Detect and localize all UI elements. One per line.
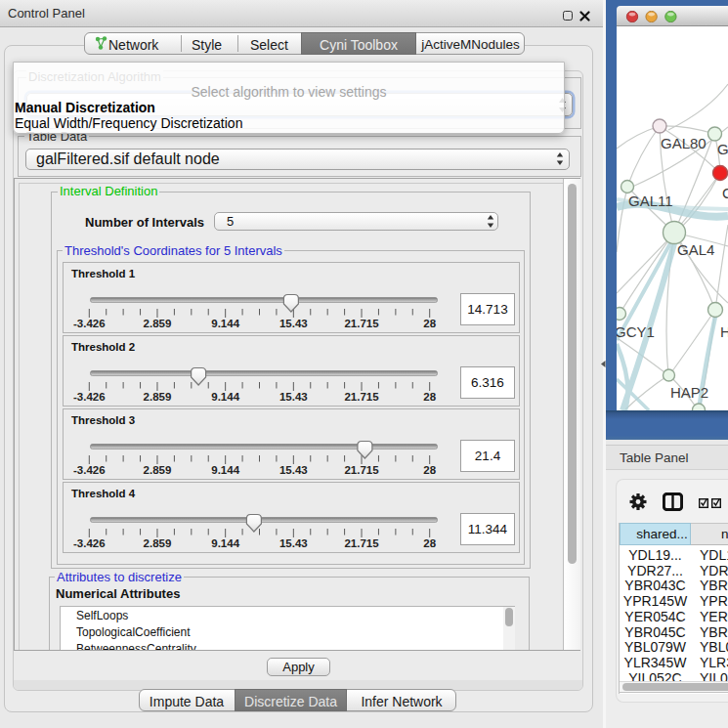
svg-text:2.859: 2.859 (144, 318, 172, 329)
svg-text:15.43: 15.43 (279, 318, 308, 329)
svg-text:GA: GA (717, 141, 728, 157)
svg-text:28: 28 (423, 318, 436, 329)
svg-text:2.859: 2.859 (144, 537, 172, 549)
svg-text:2.859: 2.859 (144, 391, 172, 403)
svg-text:21.715: 21.715 (344, 537, 379, 549)
svg-text:9.144: 9.144 (211, 464, 239, 476)
svg-text:21.715: 21.715 (344, 464, 379, 476)
svg-text:9.144: 9.144 (211, 391, 239, 403)
svg-text:HAP2: HAP2 (670, 384, 708, 401)
svg-text:GCY1: GCY1 (617, 323, 655, 340)
svg-text:HI: HI (720, 323, 728, 340)
svg-text:28: 28 (423, 537, 436, 549)
svg-text:15.43: 15.43 (279, 537, 308, 549)
svg-text:C: C (722, 185, 728, 201)
svg-text:15.43: 15.43 (279, 464, 308, 476)
svg-text:28: 28 (423, 391, 436, 403)
svg-text:GAL80: GAL80 (661, 135, 707, 151)
svg-text:-3.426: -3.426 (73, 464, 106, 476)
svg-text:GAL11: GAL11 (628, 193, 673, 209)
svg-text:-3.426: -3.426 (73, 391, 106, 403)
svg-text:9.144: 9.144 (211, 537, 239, 549)
svg-text:2.859: 2.859 (144, 464, 172, 476)
svg-text:28: 28 (423, 464, 436, 476)
svg-text:15.43: 15.43 (279, 391, 308, 403)
svg-text:GAL4: GAL4 (677, 241, 714, 258)
svg-text:21.715: 21.715 (344, 391, 379, 403)
svg-text:-3.426: -3.426 (73, 537, 106, 549)
svg-text:21.715: 21.715 (344, 318, 379, 329)
svg-text:9.144: 9.144 (211, 318, 239, 329)
svg-text:-3.426: -3.426 (73, 318, 106, 329)
